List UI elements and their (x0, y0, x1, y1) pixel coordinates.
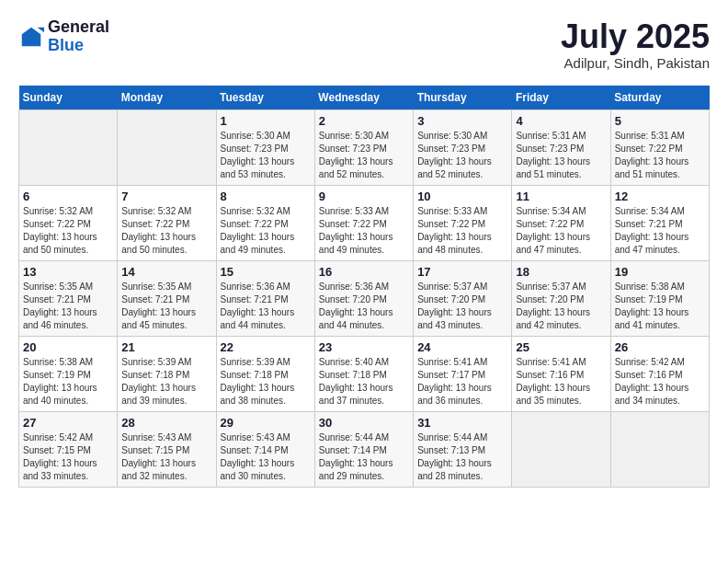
calendar-day-cell: 2Sunrise: 5:30 AM Sunset: 7:23 PM Daylig… (314, 109, 413, 185)
day-number: 7 (121, 190, 211, 203)
calendar-day-cell: 21Sunrise: 5:39 AM Sunset: 7:18 PM Dayli… (118, 336, 216, 411)
day-number: 23 (319, 340, 409, 354)
calendar-day-cell: 23Sunrise: 5:40 AM Sunset: 7:18 PM Dayli… (314, 336, 413, 411)
calendar-day-cell: 30Sunrise: 5:44 AM Sunset: 7:14 PM Dayli… (314, 411, 413, 487)
calendar-day-cell: 26Sunrise: 5:42 AM Sunset: 7:16 PM Dayli… (610, 336, 709, 411)
day-info: Sunrise: 5:30 AM Sunset: 7:23 PM Dayligh… (221, 130, 311, 181)
day-info: Sunrise: 5:30 AM Sunset: 7:23 PM Dayligh… (417, 130, 507, 181)
day-info: Sunrise: 5:44 AM Sunset: 7:13 PM Dayligh… (417, 431, 507, 483)
day-info: Sunrise: 5:31 AM Sunset: 7:23 PM Dayligh… (516, 130, 606, 181)
calendar-day-cell: 19Sunrise: 5:38 AM Sunset: 7:19 PM Dayli… (610, 260, 709, 336)
day-info: Sunrise: 5:32 AM Sunset: 7:22 PM Dayligh… (121, 205, 211, 257)
weekday-header-cell: Sunday (19, 86, 118, 110)
title-block: July 2025 Adilpur, Sindh, Pakistan (561, 18, 710, 71)
day-number: 30 (319, 416, 409, 430)
calendar-day-cell (610, 411, 709, 487)
page-header: General Blue July 2025 Adilpur, Sindh, P… (18, 18, 710, 71)
day-info: Sunrise: 5:40 AM Sunset: 7:18 PM Dayligh… (319, 356, 409, 408)
day-number: 31 (417, 416, 507, 430)
calendar-week-row: 27Sunrise: 5:42 AM Sunset: 7:15 PM Dayli… (19, 411, 710, 487)
logo-general-text: General (48, 18, 109, 37)
day-info: Sunrise: 5:38 AM Sunset: 7:19 PM Dayligh… (23, 356, 113, 408)
day-number: 12 (615, 190, 705, 203)
day-number: 13 (23, 265, 113, 279)
calendar-day-cell: 15Sunrise: 5:36 AM Sunset: 7:21 PM Dayli… (216, 260, 314, 336)
day-info: Sunrise: 5:32 AM Sunset: 7:22 PM Dayligh… (221, 205, 311, 257)
day-info: Sunrise: 5:37 AM Sunset: 7:20 PM Dayligh… (417, 281, 507, 332)
weekday-header-cell: Saturday (610, 86, 709, 110)
calendar-week-row: 13Sunrise: 5:35 AM Sunset: 7:21 PM Dayli… (19, 260, 710, 336)
calendar-week-row: 1Sunrise: 5:30 AM Sunset: 7:23 PM Daylig… (19, 109, 710, 185)
calendar-table: SundayMondayTuesdayWednesdayThursdayFrid… (18, 86, 710, 488)
calendar-day-cell: 28Sunrise: 5:43 AM Sunset: 7:15 PM Dayli… (118, 411, 216, 487)
logo: General Blue (18, 18, 109, 55)
day-number: 4 (516, 114, 606, 128)
day-info: Sunrise: 5:41 AM Sunset: 7:17 PM Dayligh… (417, 356, 507, 408)
day-info: Sunrise: 5:34 AM Sunset: 7:22 PM Dayligh… (516, 205, 606, 257)
calendar-day-cell: 31Sunrise: 5:44 AM Sunset: 7:13 PM Dayli… (414, 411, 512, 487)
svg-marker-0 (22, 28, 41, 47)
calendar-day-cell: 6Sunrise: 5:32 AM Sunset: 7:22 PM Daylig… (19, 185, 118, 260)
calendar-day-cell: 1Sunrise: 5:30 AM Sunset: 7:23 PM Daylig… (216, 109, 314, 185)
day-info: Sunrise: 5:39 AM Sunset: 7:18 PM Dayligh… (121, 356, 211, 408)
logo-blue-text: Blue (48, 37, 109, 55)
calendar-day-cell: 11Sunrise: 5:34 AM Sunset: 7:22 PM Dayli… (512, 185, 610, 260)
day-info: Sunrise: 5:36 AM Sunset: 7:21 PM Dayligh… (221, 281, 311, 332)
calendar-day-cell: 7Sunrise: 5:32 AM Sunset: 7:22 PM Daylig… (118, 185, 216, 260)
calendar-body: 1Sunrise: 5:30 AM Sunset: 7:23 PM Daylig… (19, 109, 710, 487)
calendar-day-cell: 17Sunrise: 5:37 AM Sunset: 7:20 PM Dayli… (414, 260, 512, 336)
day-info: Sunrise: 5:43 AM Sunset: 7:14 PM Dayligh… (221, 431, 311, 483)
calendar-day-cell: 18Sunrise: 5:37 AM Sunset: 7:20 PM Dayli… (512, 260, 610, 336)
calendar-day-cell: 24Sunrise: 5:41 AM Sunset: 7:17 PM Dayli… (414, 336, 512, 411)
day-number: 16 (319, 265, 409, 279)
day-number: 17 (417, 265, 507, 279)
day-number: 24 (417, 340, 507, 354)
calendar-day-cell: 12Sunrise: 5:34 AM Sunset: 7:21 PM Dayli… (610, 185, 709, 260)
calendar-day-cell: 8Sunrise: 5:32 AM Sunset: 7:22 PM Daylig… (216, 185, 314, 260)
day-number: 20 (23, 340, 113, 354)
day-number: 8 (221, 190, 311, 203)
calendar-day-cell (512, 411, 610, 487)
calendar-day-cell: 13Sunrise: 5:35 AM Sunset: 7:21 PM Dayli… (19, 260, 118, 336)
day-number: 1 (221, 114, 311, 128)
day-number: 6 (23, 190, 113, 203)
day-number: 21 (121, 340, 211, 354)
day-info: Sunrise: 5:44 AM Sunset: 7:14 PM Dayligh… (319, 431, 409, 483)
day-info: Sunrise: 5:35 AM Sunset: 7:21 PM Dayligh… (23, 281, 113, 332)
svg-marker-1 (38, 28, 44, 33)
day-info: Sunrise: 5:31 AM Sunset: 7:22 PM Dayligh… (615, 130, 705, 181)
day-info: Sunrise: 5:42 AM Sunset: 7:16 PM Dayligh… (615, 356, 705, 408)
day-info: Sunrise: 5:37 AM Sunset: 7:20 PM Dayligh… (516, 281, 606, 332)
day-number: 29 (221, 416, 311, 430)
day-number: 26 (615, 340, 705, 354)
month-year-title: July 2025 (561, 18, 710, 55)
day-number: 19 (615, 265, 705, 279)
day-info: Sunrise: 5:42 AM Sunset: 7:15 PM Dayligh… (23, 431, 113, 483)
calendar-day-cell: 22Sunrise: 5:39 AM Sunset: 7:18 PM Dayli… (216, 336, 314, 411)
day-info: Sunrise: 5:41 AM Sunset: 7:16 PM Dayligh… (516, 356, 606, 408)
calendar-day-cell: 27Sunrise: 5:42 AM Sunset: 7:15 PM Dayli… (19, 411, 118, 487)
calendar-day-cell: 9Sunrise: 5:33 AM Sunset: 7:22 PM Daylig… (314, 185, 413, 260)
calendar-day-cell: 29Sunrise: 5:43 AM Sunset: 7:14 PM Dayli… (216, 411, 314, 487)
location-text: Adilpur, Sindh, Pakistan (561, 55, 710, 71)
day-info: Sunrise: 5:30 AM Sunset: 7:23 PM Dayligh… (319, 130, 409, 181)
calendar-day-cell: 3Sunrise: 5:30 AM Sunset: 7:23 PM Daylig… (414, 109, 512, 185)
day-info: Sunrise: 5:43 AM Sunset: 7:15 PM Dayligh… (121, 431, 211, 483)
logo-icon (18, 24, 44, 50)
day-number: 3 (417, 114, 507, 128)
calendar-day-cell: 5Sunrise: 5:31 AM Sunset: 7:22 PM Daylig… (610, 109, 709, 185)
weekday-header-row: SundayMondayTuesdayWednesdayThursdayFrid… (19, 86, 710, 110)
day-number: 25 (516, 340, 606, 354)
day-info: Sunrise: 5:34 AM Sunset: 7:21 PM Dayligh… (615, 205, 705, 257)
calendar-day-cell: 25Sunrise: 5:41 AM Sunset: 7:16 PM Dayli… (512, 336, 610, 411)
day-number: 11 (516, 190, 606, 203)
day-number: 5 (615, 114, 705, 128)
day-number: 10 (417, 190, 507, 203)
day-info: Sunrise: 5:35 AM Sunset: 7:21 PM Dayligh… (121, 281, 211, 332)
day-info: Sunrise: 5:33 AM Sunset: 7:22 PM Dayligh… (319, 205, 409, 257)
day-info: Sunrise: 5:32 AM Sunset: 7:22 PM Dayligh… (23, 205, 113, 257)
calendar-week-row: 6Sunrise: 5:32 AM Sunset: 7:22 PM Daylig… (19, 185, 710, 260)
weekday-header-cell: Friday (512, 86, 610, 110)
day-info: Sunrise: 5:38 AM Sunset: 7:19 PM Dayligh… (615, 281, 705, 332)
day-number: 9 (319, 190, 409, 203)
